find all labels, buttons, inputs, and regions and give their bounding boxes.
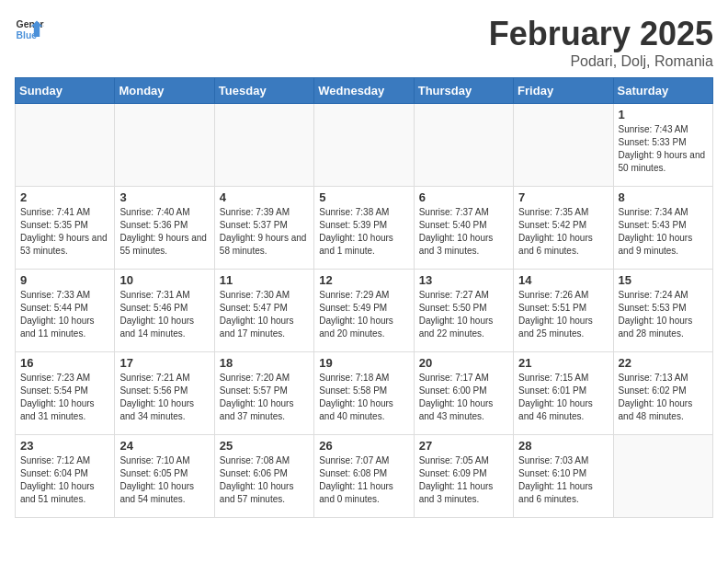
calendar-header-row: Sunday Monday Tuesday Wednesday Thursday… [16, 78, 713, 104]
day-number: 15 [619, 273, 708, 287]
day-number: 8 [619, 190, 708, 204]
calendar-week-row: 16Sunrise: 7:23 AM Sunset: 5:54 PM Dayli… [16, 352, 713, 435]
calendar-cell: 2Sunrise: 7:41 AM Sunset: 5:35 PM Daylig… [16, 187, 115, 270]
day-info: Sunrise: 7:10 AM Sunset: 6:05 PM Dayligh… [119, 454, 209, 506]
day-number: 17 [119, 356, 209, 370]
col-monday: Monday [115, 78, 214, 104]
day-info: Sunrise: 7:43 AM Sunset: 5:33 PM Dayligh… [619, 123, 708, 175]
day-info: Sunrise: 7:08 AM Sunset: 6:06 PM Dayligh… [220, 454, 309, 506]
calendar-cell [514, 104, 613, 187]
day-info: Sunrise: 7:05 AM Sunset: 6:09 PM Dayligh… [419, 454, 508, 506]
day-number: 21 [518, 356, 608, 370]
day-number: 19 [319, 356, 408, 370]
day-number: 12 [319, 273, 408, 287]
day-info: Sunrise: 7:27 AM Sunset: 5:50 PM Dayligh… [419, 289, 508, 340]
calendar-subtitle: Podari, Dolj, Romania [489, 53, 713, 70]
col-saturday: Saturday [613, 78, 712, 104]
day-info: Sunrise: 7:31 AM Sunset: 5:46 PM Dayligh… [119, 289, 209, 340]
day-number: 25 [220, 439, 309, 453]
col-tuesday: Tuesday [214, 78, 313, 104]
day-number: 14 [518, 273, 608, 287]
day-info: Sunrise: 7:21 AM Sunset: 5:56 PM Dayligh… [119, 372, 209, 423]
calendar-cell: 10Sunrise: 7:31 AM Sunset: 5:46 PM Dayli… [115, 270, 214, 352]
calendar-cell: 12Sunrise: 7:29 AM Sunset: 5:49 PM Dayli… [314, 270, 414, 352]
day-info: Sunrise: 7:37 AM Sunset: 5:40 PM Dayligh… [419, 206, 508, 258]
day-info: Sunrise: 7:07 AM Sunset: 6:08 PM Dayligh… [319, 454, 408, 506]
calendar-cell: 23Sunrise: 7:12 AM Sunset: 6:04 PM Dayli… [16, 435, 115, 518]
calendar-cell: 19Sunrise: 7:18 AM Sunset: 5:58 PM Dayli… [314, 352, 414, 435]
day-info: Sunrise: 7:17 AM Sunset: 6:00 PM Dayligh… [419, 372, 508, 423]
calendar-cell [214, 104, 313, 187]
col-sunday: Sunday [16, 78, 115, 104]
calendar-cell: 6Sunrise: 7:37 AM Sunset: 5:40 PM Daylig… [414, 187, 513, 270]
calendar-cell: 27Sunrise: 7:05 AM Sunset: 6:09 PM Dayli… [414, 435, 513, 518]
day-info: Sunrise: 7:13 AM Sunset: 6:02 PM Dayligh… [619, 372, 708, 423]
calendar-cell [414, 104, 513, 187]
col-thursday: Thursday [414, 78, 513, 104]
calendar-cell: 1Sunrise: 7:43 AM Sunset: 5:33 PM Daylig… [613, 104, 712, 187]
day-number: 20 [419, 356, 508, 370]
calendar-week-row: 23Sunrise: 7:12 AM Sunset: 6:04 PM Dayli… [16, 435, 713, 518]
day-info: Sunrise: 7:38 AM Sunset: 5:39 PM Dayligh… [319, 206, 408, 258]
calendar-cell: 4Sunrise: 7:39 AM Sunset: 5:37 PM Daylig… [214, 187, 313, 270]
calendar-cell: 20Sunrise: 7:17 AM Sunset: 6:00 PM Dayli… [414, 352, 513, 435]
calendar-cell: 16Sunrise: 7:23 AM Sunset: 5:54 PM Dayli… [16, 352, 115, 435]
calendar-cell: 28Sunrise: 7:03 AM Sunset: 6:10 PM Dayli… [514, 435, 613, 518]
calendar-cell: 13Sunrise: 7:27 AM Sunset: 5:50 PM Dayli… [414, 270, 513, 352]
day-number: 22 [619, 356, 708, 370]
calendar-cell [314, 104, 414, 187]
day-number: 9 [20, 273, 109, 287]
day-number: 13 [419, 273, 508, 287]
day-number: 4 [220, 190, 309, 204]
day-number: 28 [518, 439, 608, 453]
day-info: Sunrise: 7:24 AM Sunset: 5:53 PM Dayligh… [619, 289, 708, 340]
calendar-cell: 24Sunrise: 7:10 AM Sunset: 6:05 PM Dayli… [115, 435, 214, 518]
calendar-table: Sunday Monday Tuesday Wednesday Thursday… [15, 77, 713, 518]
calendar-cell: 14Sunrise: 7:26 AM Sunset: 5:51 PM Dayli… [514, 270, 613, 352]
day-info: Sunrise: 7:03 AM Sunset: 6:10 PM Dayligh… [518, 454, 608, 506]
day-number: 3 [119, 190, 209, 204]
day-number: 26 [319, 439, 408, 453]
logo: General Blue [15, 15, 44, 44]
day-number: 6 [419, 190, 508, 204]
day-number: 7 [518, 190, 608, 204]
day-number: 24 [119, 439, 209, 453]
day-info: Sunrise: 7:12 AM Sunset: 6:04 PM Dayligh… [20, 454, 109, 506]
calendar-cell: 8Sunrise: 7:34 AM Sunset: 5:43 PM Daylig… [613, 187, 712, 270]
day-info: Sunrise: 7:26 AM Sunset: 5:51 PM Dayligh… [518, 289, 608, 340]
day-number: 18 [220, 356, 309, 370]
calendar-cell: 3Sunrise: 7:40 AM Sunset: 5:36 PM Daylig… [115, 187, 214, 270]
calendar-cell: 26Sunrise: 7:07 AM Sunset: 6:08 PM Dayli… [314, 435, 414, 518]
col-friday: Friday [514, 78, 613, 104]
day-number: 10 [119, 273, 209, 287]
day-info: Sunrise: 7:39 AM Sunset: 5:37 PM Dayligh… [220, 206, 309, 258]
calendar-week-row: 2Sunrise: 7:41 AM Sunset: 5:35 PM Daylig… [16, 187, 713, 270]
day-info: Sunrise: 7:29 AM Sunset: 5:49 PM Dayligh… [319, 289, 408, 340]
day-info: Sunrise: 7:23 AM Sunset: 5:54 PM Dayligh… [20, 372, 109, 423]
day-number: 1 [619, 108, 708, 121]
day-info: Sunrise: 7:34 AM Sunset: 5:43 PM Dayligh… [619, 206, 708, 258]
day-number: 27 [419, 439, 508, 453]
calendar-week-row: 9Sunrise: 7:33 AM Sunset: 5:44 PM Daylig… [16, 270, 713, 352]
calendar-cell [613, 435, 712, 518]
day-info: Sunrise: 7:35 AM Sunset: 5:42 PM Dayligh… [518, 206, 608, 258]
calendar-cell: 5Sunrise: 7:38 AM Sunset: 5:39 PM Daylig… [314, 187, 414, 270]
col-wednesday: Wednesday [314, 78, 414, 104]
day-info: Sunrise: 7:40 AM Sunset: 5:36 PM Dayligh… [119, 206, 209, 258]
calendar-title: February 2025 [489, 15, 713, 53]
calendar-cell: 11Sunrise: 7:30 AM Sunset: 5:47 PM Dayli… [214, 270, 313, 352]
day-info: Sunrise: 7:18 AM Sunset: 5:58 PM Dayligh… [319, 372, 408, 423]
day-info: Sunrise: 7:15 AM Sunset: 6:01 PM Dayligh… [518, 372, 608, 423]
day-number: 5 [319, 190, 408, 204]
logo-icon: General Blue [15, 15, 44, 44]
calendar-cell: 25Sunrise: 7:08 AM Sunset: 6:06 PM Dayli… [214, 435, 313, 518]
calendar-cell: 7Sunrise: 7:35 AM Sunset: 5:42 PM Daylig… [514, 187, 613, 270]
day-info: Sunrise: 7:41 AM Sunset: 5:35 PM Dayligh… [20, 206, 109, 258]
page-header: General Blue February 2025 Podari, Dolj,… [15, 15, 713, 70]
calendar-cell: 18Sunrise: 7:20 AM Sunset: 5:57 PM Dayli… [214, 352, 313, 435]
title-area: February 2025 Podari, Dolj, Romania [489, 15, 713, 70]
day-info: Sunrise: 7:33 AM Sunset: 5:44 PM Dayligh… [20, 289, 109, 340]
day-number: 16 [20, 356, 109, 370]
calendar-cell: 21Sunrise: 7:15 AM Sunset: 6:01 PM Dayli… [514, 352, 613, 435]
calendar-cell [16, 104, 115, 187]
